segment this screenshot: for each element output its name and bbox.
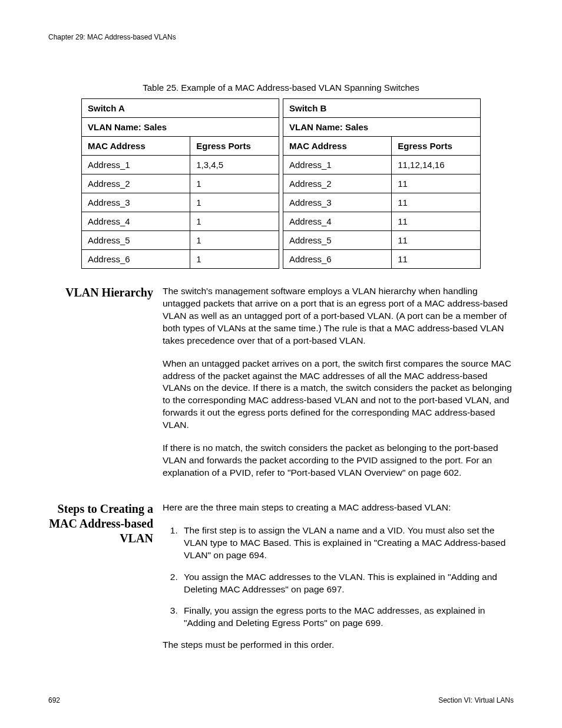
cell-mac: Address_3 — [283, 193, 392, 212]
switch-b-table: Switch B VLAN Name: Sales MAC Address Eg… — [283, 98, 481, 269]
switch-b-col-ports: Egress Ports — [392, 137, 481, 156]
table-row: Address_21 — [82, 174, 279, 193]
switch-b-title: Switch B — [283, 99, 481, 118]
table-row: Address_311 — [283, 193, 481, 212]
chapter-header: Chapter 29: MAC Address-based VLANs — [48, 33, 514, 41]
table-row: Address_31 — [82, 193, 279, 212]
cell-mac: Address_1 — [82, 156, 190, 174]
cell-ports: 1 — [190, 250, 279, 269]
table-row: Address_11,3,4,5 — [82, 156, 279, 174]
cell-mac: Address_2 — [283, 174, 392, 193]
switch-a-table: Switch A VLAN Name: Sales MAC Address Eg… — [81, 98, 279, 269]
cell-ports: 1 — [190, 174, 279, 193]
cell-ports: 11 — [392, 174, 481, 193]
switch-a-col-mac: MAC Address — [82, 137, 190, 156]
switch-a-col-ports: Egress Ports — [190, 137, 279, 156]
cell-mac: Address_4 — [283, 212, 392, 231]
cell-ports: 11 — [392, 193, 481, 212]
cell-ports: 11 — [392, 250, 481, 269]
switch-b-vlan: VLAN Name: Sales — [283, 118, 481, 137]
cell-mac: Address_3 — [82, 193, 190, 212]
cell-ports: 1 — [190, 212, 279, 231]
paragraph: The switch's management software employs… — [163, 285, 514, 347]
table-row: Address_41 — [82, 212, 279, 231]
list-item: Finally, you assign the egress ports to … — [180, 605, 514, 630]
table-row: Address_611 — [283, 250, 481, 269]
cell-mac: Address_1 — [283, 156, 392, 174]
steps-closing: The steps must be performed in this orde… — [163, 639, 514, 651]
list-item: The first step is to assign the VLAN a n… — [180, 525, 514, 562]
table-row: Address_511 — [283, 231, 481, 250]
cell-ports: 11 — [392, 212, 481, 231]
cell-ports: 11,12,14,16 — [392, 156, 481, 174]
cell-mac: Address_2 — [82, 174, 190, 193]
table-caption: Table 25. Example of a MAC Address-based… — [48, 83, 514, 93]
section-label: Section VI: Virtual LANs — [438, 696, 514, 704]
page-number: 692 — [48, 696, 60, 704]
steps-body: Here are the three main steps to creatin… — [163, 502, 514, 662]
cell-mac: Address_5 — [283, 231, 392, 250]
switch-a-title: Switch A — [82, 99, 279, 118]
steps-section: Steps to Creating a MAC Address-based VL… — [48, 502, 514, 662]
steps-list: The first step is to assign the VLAN a n… — [174, 525, 514, 630]
paragraph: If there is no match, the switch conside… — [163, 442, 514, 479]
cell-ports: 11 — [392, 231, 481, 250]
vlan-hierarchy-body: The switch's management software employs… — [163, 285, 514, 490]
cell-mac: Address_6 — [82, 250, 190, 269]
cell-mac: Address_5 — [82, 231, 190, 250]
cell-ports: 1 — [190, 193, 279, 212]
vlan-hierarchy-section: VLAN Hierarchy The switch's management s… — [48, 285, 514, 490]
switch-b-col-mac: MAC Address — [283, 137, 392, 156]
table-row: Address_211 — [283, 174, 481, 193]
steps-heading: Steps to Creating a MAC Address-based VL… — [48, 502, 153, 662]
list-item: You assign the MAC addresses to the VLAN… — [180, 571, 514, 596]
page-footer: 692 Section VI: Virtual LANs — [48, 696, 514, 704]
cell-ports: 1 — [190, 231, 279, 250]
paragraph: When an untagged packet arrives on a por… — [163, 358, 514, 432]
cell-mac: Address_6 — [283, 250, 392, 269]
cell-mac: Address_4 — [82, 212, 190, 231]
steps-intro: Here are the three main steps to creatin… — [163, 502, 514, 514]
tables-container: Switch A VLAN Name: Sales MAC Address Eg… — [48, 98, 514, 269]
table-row: Address_111,12,14,16 — [283, 156, 481, 174]
vlan-hierarchy-heading: VLAN Hierarchy — [48, 285, 153, 490]
table-row: Address_61 — [82, 250, 279, 269]
switch-a-vlan: VLAN Name: Sales — [82, 118, 279, 137]
cell-ports: 1,3,4,5 — [190, 156, 279, 174]
table-row: Address_51 — [82, 231, 279, 250]
table-row: Address_411 — [283, 212, 481, 231]
